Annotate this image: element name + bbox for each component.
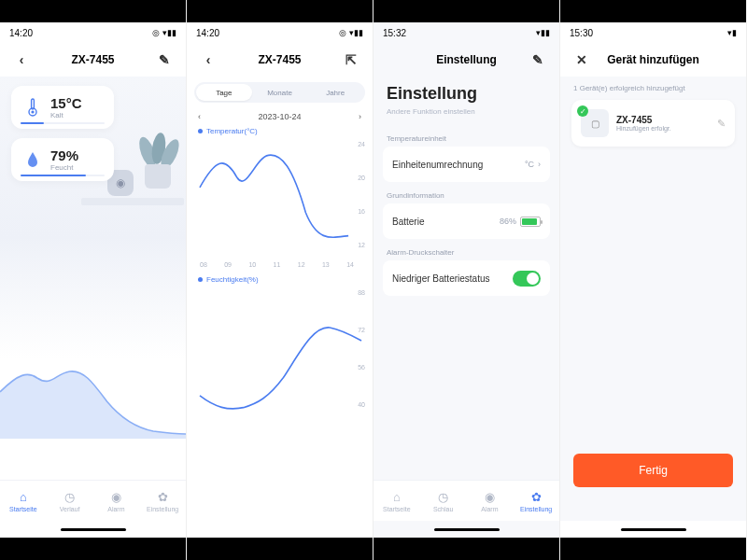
tab-years[interactable]: Jahre [307, 84, 363, 101]
edit-icon[interactable]: ✎ [154, 52, 175, 67]
titlebar: ‹ ZX-7455 ✎ [0, 43, 186, 77]
home-icon: ⌂ [20, 490, 27, 504]
device-card[interactable]: ▢ ✓ ZX-7455 Hinzufügen erfolgr. ✎ [571, 100, 735, 147]
edit-icon[interactable]: ✎ [528, 52, 548, 67]
row-unit-conversion[interactable]: Einheitenumrechnung °C› [383, 147, 550, 182]
nav-home[interactable]: ⌂Startseite [374, 481, 420, 521]
status-icons: ▾▮ [727, 28, 737, 37]
temp-sparkline [0, 345, 186, 439]
bottom-nav: ⌂Startseite ◷Verlauf ◉Alarm ✿Einstellung [0, 480, 186, 521]
tab-days[interactable]: Tage [196, 84, 252, 101]
section-temperature: Temperatureinheit [374, 125, 559, 147]
page-title: ZX-7455 [218, 53, 341, 66]
settings-heading: Einstellung [374, 77, 559, 105]
date-value: 2023-10-24 [258, 112, 301, 121]
nav-history[interactable]: ◷Verlauf [47, 481, 93, 521]
section-alarm: Alarm-Druckschalter [374, 239, 559, 260]
statusbar: 15:30 ▾▮ [560, 22, 746, 43]
check-icon: ✓ [577, 105, 588, 117]
temp-value: 15°C [50, 95, 82, 111]
close-icon[interactable]: ✕ [571, 52, 592, 67]
success-text: 1 Gerät(e) erfolgreich hinzugefügt [560, 77, 746, 96]
row-low-battery: Niedriger Batteriestatus [383, 260, 550, 296]
humidity-label: Feucht [50, 163, 78, 172]
nav-settings[interactable]: ✿Einstellung [513, 481, 559, 521]
legend-humidity: Feuchtigkeit(%) [187, 270, 373, 284]
status-time: 14:20 [196, 28, 219, 38]
low-battery-toggle[interactable] [513, 271, 541, 287]
battery-icon [520, 217, 541, 227]
screen-add-device: 15:30 ▾▮ ✕ Gerät hinzufügen 1 Gerät(e) e… [560, 0, 747, 560]
chevron-left-icon[interactable]: ‹ [198, 112, 201, 121]
section-basic: Grundinformation [374, 182, 559, 203]
page-title: ZX-7455 [32, 53, 154, 66]
done-button[interactable]: Fertig [573, 454, 733, 487]
device-status: Hinzufügen erfolgr. [616, 125, 671, 132]
titlebar: Einstellung ✎ [374, 43, 559, 77]
external-icon[interactable]: ⇱ [341, 52, 361, 67]
status-time: 15:32 [383, 28, 406, 38]
chevron-right-icon[interactable]: › [359, 112, 361, 121]
unit-value: °C [525, 160, 534, 169]
statusbar: 15:32 ▾▮▮ [374, 22, 559, 43]
droplet-icon [22, 149, 43, 170]
status-icons: ◎ ▾▮▮ [152, 28, 176, 37]
status-icons: ▾▮▮ [536, 28, 550, 37]
plant-decoration [135, 114, 180, 189]
smart-icon: ◷ [438, 490, 448, 504]
temp-card[interactable]: 15°C Kalt [11, 86, 114, 129]
gear-icon: ✿ [531, 490, 542, 504]
back-icon[interactable]: ‹ [11, 52, 32, 67]
bottom-nav: ⌂Startseite ◷Schlau ◉Alarm ✿Einstellung [374, 480, 559, 521]
statusbar: 14:20 ◎ ▾▮▮ [187, 22, 373, 43]
nav-home[interactable]: ⌂Startseite [0, 481, 47, 521]
nav-alarm[interactable]: ◉Alarm [467, 481, 514, 521]
svg-point-2 [31, 110, 34, 113]
nav-alarm[interactable]: ◉Alarm [93, 481, 140, 521]
screen-home: 14:20 ◎ ▾▮▮ ‹ ZX-7455 ✎ ◉ 15°C Kalt [0, 0, 187, 560]
legend-temp: Temperatur(°C) [187, 125, 373, 135]
page-title: Einstellung [405, 53, 528, 66]
device-name: ZX-7455 [616, 115, 671, 125]
date-selector[interactable]: ‹ 2023-10-24 › [187, 108, 373, 125]
humidity-card[interactable]: 79% Feucht [11, 138, 114, 181]
statusbar: 14:20 ◎ ▾▮▮ [0, 22, 186, 43]
back-icon[interactable]: ‹ [198, 52, 218, 67]
titlebar: ✕ Gerät hinzufügen [560, 43, 746, 77]
humidity-value: 79% [50, 147, 78, 163]
range-tabs: Tage Monate Jahre [194, 82, 365, 103]
titlebar: ‹ ZX-7455 ⇱ [187, 43, 373, 77]
temp-chart: 24 20 16 12 08091011121314 [192, 137, 367, 268]
nav-smart[interactable]: ◷Schlau [420, 481, 467, 521]
status-icons: ◎ ▾▮▮ [339, 28, 363, 37]
device-icon: ▢ ✓ [581, 109, 609, 137]
status-time: 14:20 [9, 28, 33, 38]
home-icon: ⌂ [393, 490, 401, 504]
nav-settings[interactable]: ✿Einstellung [139, 481, 186, 521]
screen-history: 14:20 ◎ ▾▮▮ ‹ ZX-7455 ⇱ Tage Monate Jahr… [187, 0, 374, 560]
humidity-chart: 88 72 56 40 [192, 286, 367, 426]
temp-label: Kalt [50, 111, 82, 119]
settings-subtitle: Andere Funktion einstellen [374, 105, 559, 125]
bell-icon: ◉ [111, 490, 121, 504]
bell-icon: ◉ [485, 490, 495, 504]
page-title: Gerät hinzufügen [592, 53, 714, 66]
screen-settings: 15:32 ▾▮▮ Einstellung ✎ Einstellung Ande… [374, 0, 560, 560]
chevron-right-icon: › [538, 160, 541, 169]
battery-value: 86% [500, 217, 516, 226]
tab-months[interactable]: Monate [252, 84, 308, 101]
row-battery[interactable]: Batterie 86% [383, 203, 550, 239]
gear-icon: ✿ [158, 490, 168, 504]
thermometer-icon [22, 97, 43, 118]
clock-icon: ◷ [64, 490, 75, 504]
edit-icon[interactable]: ✎ [717, 118, 726, 130]
status-time: 15:30 [570, 28, 593, 38]
